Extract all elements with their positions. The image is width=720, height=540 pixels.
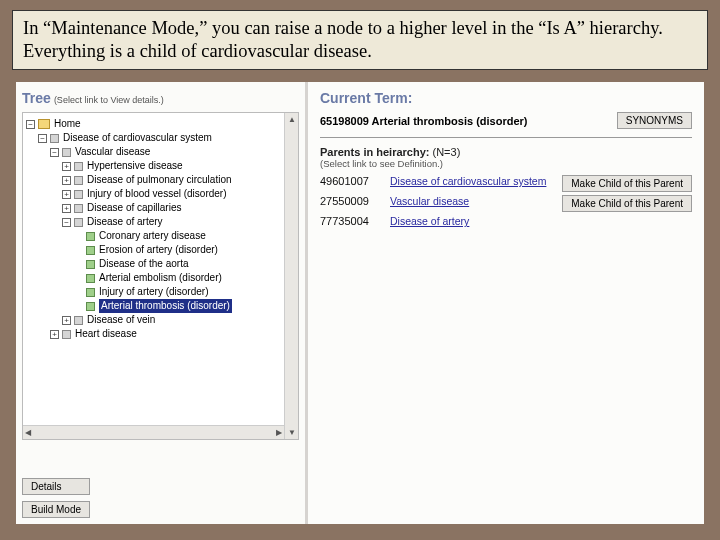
leaf-icon <box>86 232 95 241</box>
parents-subtitle: (Select link to see Definition.) <box>320 158 692 169</box>
make-child-button[interactable]: Make Child of this Parent <box>562 195 692 212</box>
leaf-icon <box>86 260 95 269</box>
leaf-icon <box>86 288 95 297</box>
node-icon <box>74 162 83 171</box>
parent-row: 77735004 Disease of artery <box>320 215 692 227</box>
scrollbar-horizontal[interactable] <box>23 425 284 439</box>
expand-icon[interactable]: + <box>62 204 71 213</box>
parent-row: 49601007 Disease of cardiovascular syste… <box>320 175 692 192</box>
expand-icon[interactable]: + <box>62 176 71 185</box>
parent-row: 27550009 Vascular disease Make Child of … <box>320 195 692 212</box>
tree-node[interactable]: Erosion of artery (disorder) <box>26 243 295 257</box>
scrollbar-vertical[interactable] <box>284 113 298 439</box>
details-button[interactable]: Details <box>22 478 90 495</box>
tree-panel: Tree (Select link to View details.) −Hom… <box>16 82 308 524</box>
divider <box>320 137 692 138</box>
tree-node[interactable]: +Disease of vein <box>26 313 295 327</box>
node-icon <box>62 148 71 157</box>
tree-heading: Tree <box>22 90 51 106</box>
collapse-icon[interactable]: − <box>38 134 47 143</box>
node-icon <box>74 316 83 325</box>
tree-node[interactable]: +Hypertensive disease <box>26 159 295 173</box>
parent-id: 27550009 <box>320 195 390 207</box>
make-child-button[interactable]: Make Child of this Parent <box>562 175 692 192</box>
node-icon <box>74 190 83 199</box>
node-icon <box>50 134 59 143</box>
build-mode-button[interactable]: Build Mode <box>22 501 90 518</box>
tree-node-selected[interactable]: Arterial thrombosis (disorder) <box>26 299 295 313</box>
node-icon <box>74 204 83 213</box>
tree-node[interactable]: −Disease of artery <box>26 215 295 229</box>
tree-node[interactable]: +Heart disease <box>26 327 295 341</box>
tree-subtitle: (Select link to View details.) <box>54 95 164 105</box>
parent-link[interactable]: Disease of artery <box>390 215 560 227</box>
folder-icon <box>38 119 50 129</box>
instruction-banner: In “Maintenance Mode,” you can raise a n… <box>12 10 708 70</box>
tree-node-home[interactable]: −Home <box>26 117 295 131</box>
leaf-icon <box>86 302 95 311</box>
parents-table: 49601007 Disease of cardiovascular syste… <box>320 175 692 227</box>
app-window: Tree (Select link to View details.) −Hom… <box>16 82 704 524</box>
tree-node[interactable]: −Disease of cardiovascular system <box>26 131 295 145</box>
tree-node[interactable]: +Injury of blood vessel (disorder) <box>26 187 295 201</box>
node-icon <box>74 218 83 227</box>
parent-id: 49601007 <box>320 175 390 187</box>
collapse-icon[interactable]: − <box>26 120 35 129</box>
expand-icon[interactable]: + <box>50 330 59 339</box>
tree-node[interactable]: +Disease of capillaries <box>26 201 295 215</box>
expand-icon[interactable]: + <box>62 190 71 199</box>
tree-node[interactable]: Disease of the aorta <box>26 257 295 271</box>
parent-link[interactable]: Vascular disease <box>390 195 560 207</box>
node-icon <box>74 176 83 185</box>
leaf-icon <box>86 274 95 283</box>
expand-icon[interactable]: + <box>62 162 71 171</box>
tree-node[interactable]: Arterial embolism (disorder) <box>26 271 295 285</box>
parent-link[interactable]: Disease of cardiovascular system <box>390 175 560 187</box>
collapse-icon[interactable]: − <box>50 148 59 157</box>
tree-node[interactable]: Injury of artery (disorder) <box>26 285 295 299</box>
synonyms-button[interactable]: SYNONYMS <box>617 112 692 129</box>
parents-heading: Parents in heirarchy: (N=3) <box>320 146 692 158</box>
detail-panel: Current Term: 65198009 Arterial thrombos… <box>308 82 704 524</box>
collapse-icon[interactable]: − <box>62 218 71 227</box>
tree-node[interactable]: −Vascular disease <box>26 145 295 159</box>
current-term-value: 65198009 Arterial thrombosis (disorder) <box>320 115 527 127</box>
tree-view[interactable]: −Home −Disease of cardiovascular system … <box>22 112 299 440</box>
leaf-icon <box>86 246 95 255</box>
tree-node[interactable]: +Disease of pulmonary circulation <box>26 173 295 187</box>
expand-icon[interactable]: + <box>62 316 71 325</box>
node-icon <box>62 330 71 339</box>
parent-id: 77735004 <box>320 215 390 227</box>
tree-node[interactable]: Coronary artery disease <box>26 229 295 243</box>
current-term-heading: Current Term: <box>320 90 692 106</box>
